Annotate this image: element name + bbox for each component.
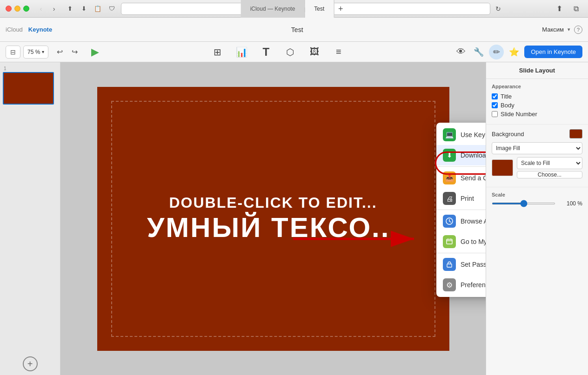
image-scale-row: Scale to Fill Stretch Original Size Fit … xyxy=(492,157,582,178)
scale-row: 100 % xyxy=(492,200,582,207)
undo-button[interactable]: ↩ xyxy=(53,46,66,59)
slide-inner-border xyxy=(111,101,435,337)
main-area: 1 + DOUBLE-CLICK TO EDIT... УМНЫЙ ТЕКСО.… xyxy=(0,62,588,375)
tab-label-1: iCloud — Keynote xyxy=(250,6,295,12)
menu-item-print[interactable]: 🖨 Print xyxy=(436,188,486,209)
share-button[interactable]: ⬆ xyxy=(64,4,76,13)
scale-value: 100 % xyxy=(559,200,582,207)
menu-item-download-copy[interactable]: ⬇ Download a Copy... xyxy=(436,145,486,165)
scale-type-select[interactable]: Scale to Fill Stretch Original Size Fit xyxy=(517,157,582,169)
my-presentations-icon xyxy=(443,235,456,248)
menu-item-label-browse-versions: Browse All Versions... xyxy=(461,217,486,225)
play-button[interactable]: ▶ xyxy=(87,45,102,59)
insert-tools: ⊞ 📊 T ⬡ 🖼 ≡ xyxy=(105,44,451,60)
dropdown-menu: 💻 Use Keynote Live ⬇ Download a Copy... … xyxy=(436,123,486,297)
menu-item-label-my-presentations: Go to My Presentations xyxy=(461,238,486,245)
image-preview xyxy=(492,159,513,176)
fill-type-select[interactable]: Image Fill Color Fill Gradient Fill No F… xyxy=(492,142,582,154)
animate-button[interactable]: ⭐ xyxy=(507,45,521,59)
media-tool-button[interactable]: ≡ xyxy=(330,44,347,60)
background-color-swatch[interactable] xyxy=(569,129,582,138)
pointer-button[interactable]: ✏ xyxy=(489,45,504,59)
slide-thumbnail-1[interactable]: 1 xyxy=(3,66,57,105)
back-button[interactable]: ‹ xyxy=(35,4,47,13)
canvas-area: DOUBLE-CLICK TO EDIT... УМНЫЙ ТЕКСО... 💻… xyxy=(60,62,486,375)
menu-item-label-send-copy: Send a Copy... xyxy=(461,174,486,182)
body-checkbox[interactable] xyxy=(492,102,498,108)
tab-test[interactable]: Test xyxy=(305,0,334,18)
window-button[interactable]: ⧉ xyxy=(569,4,582,13)
menu-item-preferences[interactable]: ⚙ Preferences... xyxy=(436,275,486,295)
set-password-icon xyxy=(443,258,456,271)
keynote-label: Keynote xyxy=(28,26,52,33)
menu-item-label-use-keynote-live: Use Keynote Live xyxy=(461,131,486,138)
menu-item-label-preferences: Preferences... xyxy=(461,281,486,289)
text-tool-button[interactable]: T xyxy=(258,44,274,60)
tabs-container: iCloud — Keynote Test + xyxy=(241,0,347,18)
svg-rect-4 xyxy=(447,264,452,267)
menu-item-set-password[interactable]: Set Password... xyxy=(436,254,486,275)
titlebar-right: ⬆ ⧉ xyxy=(553,4,582,13)
shield-button[interactable]: 🛡 xyxy=(106,4,118,13)
menu-item-label-download-copy: Download a Copy... xyxy=(461,151,486,159)
slide-number-checkbox-row: Slide Number xyxy=(492,111,582,118)
scale-slider[interactable] xyxy=(492,203,555,204)
print-icon: 🖨 xyxy=(443,192,456,205)
title-checkbox[interactable] xyxy=(492,93,498,99)
menu-item-my-presentations[interactable]: Go to My Presentations xyxy=(436,231,486,252)
readinglist-button[interactable]: 📋 xyxy=(92,4,104,13)
menu-item-use-keynote-live[interactable]: 💻 Use Keynote Live xyxy=(436,125,486,145)
slide-canvas[interactable]: DOUBLE-CLICK TO EDIT... УМНЫЙ ТЕКСО... xyxy=(97,87,449,351)
fullscreen-button[interactable] xyxy=(23,6,29,12)
zoom-chevron-icon: ▾ xyxy=(42,49,44,54)
scale-section: Scale 100 % xyxy=(486,187,588,211)
download-button[interactable]: ⬇ xyxy=(78,4,90,13)
redo-button[interactable]: ↪ xyxy=(68,46,81,59)
background-row: Background xyxy=(492,129,582,138)
forward-button[interactable]: › xyxy=(48,4,60,13)
zoom-control[interactable]: 75 % ▾ xyxy=(23,46,48,59)
slide-number-checkbox[interactable] xyxy=(492,111,498,117)
title-checkbox-row: Title xyxy=(492,93,582,100)
menu-item-send-copy[interactable]: 📤 Send a Copy... xyxy=(436,168,486,188)
send-copy-icon: 📤 xyxy=(443,171,456,184)
chart-tool-button[interactable]: 📊 xyxy=(234,44,250,60)
close-button[interactable] xyxy=(6,6,12,12)
right-panel: Slide Layout Appearance Title Body Slide… xyxy=(486,62,588,375)
tab-icloud-keynote[interactable]: iCloud — Keynote xyxy=(241,0,305,18)
secondary-toolbar: ⊟ 75 % ▾ ↩ ↪ ▶ ⊞ 📊 T ⬡ 🖼 ≡ 👁 🔧 ✏ ⭐ Open … xyxy=(0,42,588,62)
zoom-value: 75 % xyxy=(27,49,40,55)
add-tab-button[interactable]: + xyxy=(334,0,347,18)
tab-label-2: Test xyxy=(314,6,324,12)
menu-divider-1 xyxy=(436,166,486,167)
help-button[interactable]: ? xyxy=(574,26,582,34)
nav-arrows: ‹ › xyxy=(35,4,60,13)
image-tool-button[interactable]: 🖼 xyxy=(306,44,323,60)
undo-redo-controls: ↩ ↪ xyxy=(53,46,81,59)
open-in-keynote-button[interactable]: Open in Keynote xyxy=(524,46,582,58)
choose-image-button[interactable]: Choose... xyxy=(517,171,582,178)
slide-panel: 1 + xyxy=(0,62,60,375)
table-tool-button[interactable]: ⊞ xyxy=(209,44,226,60)
slide-number-1: 1 xyxy=(3,66,57,71)
accessibility-button[interactable]: 👁 xyxy=(454,45,468,59)
add-slide-button[interactable]: + xyxy=(23,356,38,371)
keynote-live-icon: 💻 xyxy=(443,128,456,141)
sidebar-toggle-button[interactable]: ⊟ xyxy=(6,46,20,59)
toolbar2-right: 👁 🔧 ✏ ⭐ Open in Keynote xyxy=(454,45,582,59)
minimize-button[interactable] xyxy=(14,6,20,12)
slide-thumb-background xyxy=(4,73,53,104)
refresh-button[interactable]: ↻ xyxy=(492,4,504,13)
shape-tool-button[interactable]: ⬡ xyxy=(282,44,299,60)
slide-thumb-1[interactable] xyxy=(3,72,54,105)
traffic-lights xyxy=(0,6,29,12)
share-page-button[interactable]: ⬆ xyxy=(553,4,566,13)
menu-item-label-set-password: Set Password... xyxy=(461,261,486,268)
user-chevron: ▾ xyxy=(568,26,570,33)
user-name: Максим xyxy=(542,26,564,33)
app-logo: iCloud Keynote xyxy=(6,26,52,33)
body-checkbox-row: Body xyxy=(492,102,582,109)
menu-item-browse-versions[interactable]: Browse All Versions... xyxy=(436,211,486,231)
wrench-button[interactable]: 🔧 xyxy=(471,45,486,59)
svg-rect-3 xyxy=(447,239,452,244)
